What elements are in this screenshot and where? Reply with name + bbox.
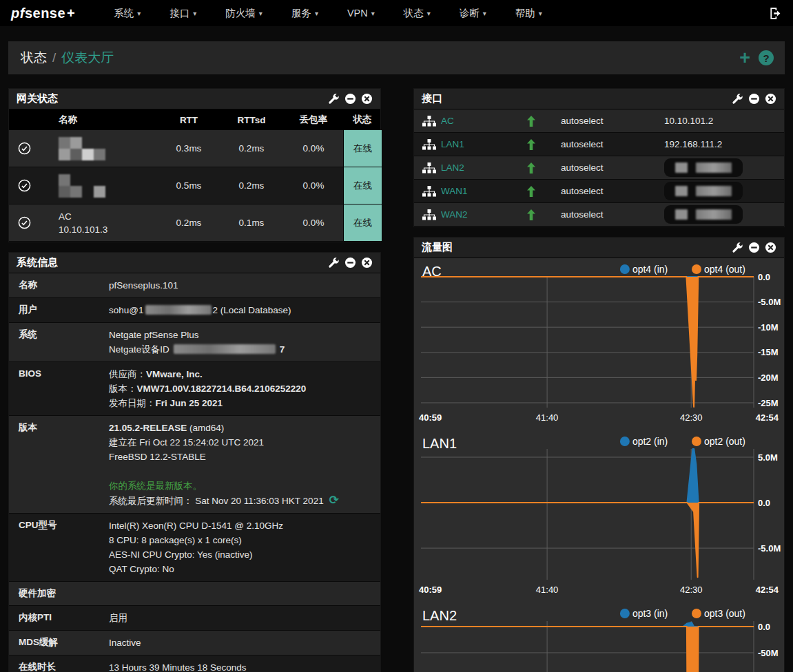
system-row-hw-crypto: 硬件加密 [9,582,380,606]
interface-media: autoselect [544,209,661,220]
system-row-uptime: 在线时长 13 Hours 39 Minutes 18 Seconds [9,655,380,672]
redacted-ip [664,205,743,224]
nav-item-diagnostics[interactable]: 诊断▾ [460,7,486,20]
nav-item-services[interactable]: 服务▾ [291,7,318,20]
nav-item-system[interactable]: 系统▾ [114,7,141,20]
breadcrumb-page: 仪表大厅 [61,49,114,67]
nav-item-firewall[interactable]: 防火墙▾ [225,7,262,20]
redacted-gateway-name [59,174,158,198]
minimize-icon[interactable] [344,93,356,105]
refresh-icon[interactable]: ⟳ [329,494,339,507]
nav-item-interfaces[interactable]: 接口▾ [169,7,196,20]
sitemap-icon [422,139,436,150]
brand-pf: pf [11,6,25,21]
interface-row: LAN2 autoselect [414,156,784,180]
nav-item-status[interactable]: 状态▾ [404,7,431,20]
interface-link[interactable]: LAN1 [441,139,464,149]
svg-text:LAN2: LAN2 [422,608,457,623]
status-up-icon [519,209,544,220]
minimize-icon[interactable] [748,93,760,105]
redacted-text [174,344,276,354]
traffic-chart-LAN1: 5.0M0.0-5.0M40:5941:4042:3042:54LAN1opt2… [414,430,784,602]
nav-item-vpn[interactable]: VPN▾ [347,7,375,20]
interface-ip: 10.10.101.2 [661,116,784,126]
update-status-text: 你的系统是最新版本。 [109,479,375,493]
pfsense-logo[interactable]: pfsense+ [11,6,75,21]
sitemap-icon [422,186,436,197]
interface-link[interactable]: AC [441,116,454,126]
gateway-rtt: 0.2ms [158,218,219,228]
gateway-rttsd: 0.1ms [219,218,284,228]
svg-text:0.0: 0.0 [758,272,770,282]
panel-interfaces: 接口 AC autoselect 10.10.101.2 LAN1 autose… [413,88,785,227]
chevron-down-icon: ▾ [315,10,318,17]
svg-text:opt3 (in): opt3 (in) [632,608,668,619]
interface-link[interactable]: WAN2 [441,209,468,220]
chevron-down-icon: ▾ [427,10,431,17]
close-icon[interactable] [361,257,373,269]
nav-menus: 系统▾ 接口▾ 防火墙▾ 服务▾ VPN▾ 状态▾ 诊断▾ 帮助▾ [114,7,542,20]
status-badge: 在线 [343,130,382,167]
svg-text:41:40: 41:40 [536,585,559,595]
wrench-icon[interactable] [732,242,743,253]
add-widget-icon[interactable]: + [739,51,750,65]
minimize-icon[interactable] [748,242,760,253]
status-badge: 在线 [343,204,382,241]
interface-row: LAN1 autoselect 192.168.111.2 [414,133,784,156]
redacted-ip [664,158,743,177]
brand-plus: + [67,6,75,21]
wrench-icon[interactable] [732,93,743,105]
svg-text:LAN1: LAN1 [422,436,457,451]
svg-text:opt4 (out): opt4 (out) [704,264,745,275]
system-row-version: 版本 21.05.2-RELEASE (amd64) 建立在 Fri Oct 2… [9,416,380,514]
hostname: pfSenseplus.101 [100,273,380,297]
redacted-ip [664,182,743,200]
breadcrumb-section[interactable]: 状态 [21,49,47,67]
system-row-bios: BIOS 供应商：VMware, Inc. 版本：VMW71.00V.18227… [9,362,380,416]
svg-text:AC: AC [422,264,442,279]
chevron-down-icon: ▾ [259,10,262,17]
svg-text:-25M: -25M [758,398,779,408]
close-icon[interactable] [361,93,373,105]
close-icon[interactable] [765,242,776,253]
panel-gateways: 网关状态 名称 RTT RTTsd 丢包率 状态 0.3ms 0.2ms [8,88,381,242]
check-circle-icon [9,179,39,192]
interface-row: AC autoselect 10.10.101.2 [414,109,784,133]
check-circle-icon [9,142,39,155]
traffic-chart-AC: 0.0-5.0M-10M-15M-20M-25M40:5941:4042:304… [414,258,784,430]
svg-text:40:59: 40:59 [419,412,442,423]
svg-text:-20M: -20M [758,372,779,383]
svg-text:-10M: -10M [758,322,779,333]
logout-icon[interactable] [769,7,782,20]
system-row-cpu: CPU型号 Intel(R) Xeon(R) CPU D-1541 @ 2.10… [9,514,380,582]
svg-text:5.0M: 5.0M [758,452,778,463]
svg-text:-5.0M: -5.0M [758,297,781,307]
svg-text:42:54: 42:54 [756,585,779,595]
gateway-name: AC [59,210,158,223]
svg-text:opt3 (out): opt3 (out) [704,608,745,619]
nav-item-help[interactable]: 帮助▾ [515,7,542,20]
status-badge: 在线 [343,167,382,204]
gateway-row: 0.3ms 0.2ms 0.0% 在线 [9,130,380,167]
svg-text:41:40: 41:40 [536,412,559,423]
interface-link[interactable]: LAN2 [441,162,464,173]
interface-row: WAN2 autoselect [414,203,784,227]
interface-link[interactable]: WAN1 [441,186,468,196]
interface-ip: 192.168.111.2 [661,139,784,149]
svg-text:opt2 (out): opt2 (out) [704,436,745,447]
help-icon[interactable]: ? [759,50,774,65]
close-icon[interactable] [765,93,776,105]
sitemap-icon [422,209,436,220]
check-circle-icon [9,216,39,229]
chevron-down-icon: ▾ [483,10,486,17]
svg-text:0.0: 0.0 [758,498,770,508]
wrench-icon[interactable] [328,257,340,269]
sitemap-icon [422,162,436,174]
interface-media: autoselect [544,186,661,196]
interface-media: autoselect [544,139,661,149]
svg-text:0.0: 0.0 [758,622,770,632]
system-row-user: 用户 sohu@12 (Local Database) [9,298,380,323]
minimize-icon[interactable] [344,257,356,269]
breadcrumb: 状态 / 仪表大厅 + ? [8,41,785,74]
wrench-icon[interactable] [328,93,340,105]
